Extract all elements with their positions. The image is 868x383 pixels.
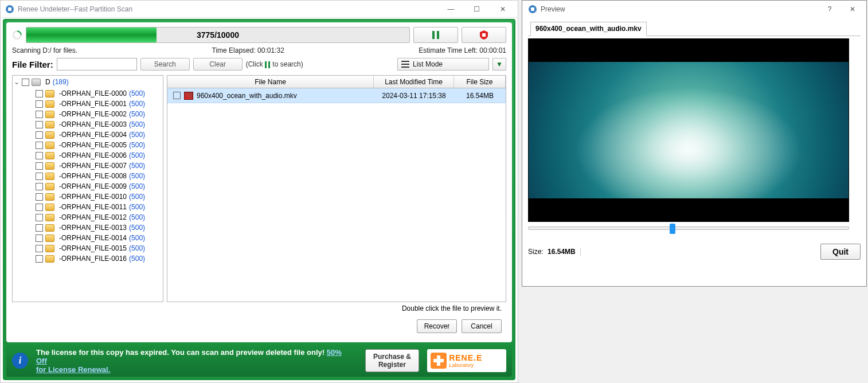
item-checkbox[interactable] <box>36 142 43 149</box>
preview-app-icon <box>528 5 537 14</box>
tree-item[interactable]: -ORPHAN_FILE-0007 (500) <box>13 161 163 171</box>
tree-item[interactable]: -ORPHAN_FILE-0014 (500) <box>13 233 163 243</box>
tree-item[interactable]: -ORPHAN_FILE-0012 (500) <box>13 212 163 222</box>
item-checkbox[interactable] <box>36 245 43 252</box>
list-mode-button[interactable]: List Mode <box>397 58 489 71</box>
item-checkbox[interactable] <box>36 183 43 190</box>
item-checkbox[interactable] <box>36 214 43 221</box>
item-count: (500) <box>129 100 145 108</box>
inner-panel: 3775/10000 Scanning D:/ for files. Time … <box>6 22 512 342</box>
item-checkbox[interactable] <box>36 162 43 170</box>
item-checkbox[interactable] <box>36 152 43 159</box>
tree-item[interactable]: -ORPHAN_FILE-0013 (500) <box>13 222 163 233</box>
item-checkbox[interactable] <box>36 204 43 211</box>
item-checkbox[interactable] <box>36 224 43 232</box>
pause-button[interactable] <box>413 27 458 43</box>
folder-icon <box>45 162 54 170</box>
item-count: (500) <box>129 141 145 149</box>
search-button[interactable]: Search <box>140 58 190 71</box>
video-frame-image <box>529 62 849 198</box>
tree-root[interactable]: ⌄ D (189) <box>13 76 163 88</box>
item-label: -ORPHAN_FILE-0010 <box>59 193 127 201</box>
list-mode-dropdown[interactable]: ▼ <box>492 58 506 71</box>
help-button[interactable]: ? <box>818 1 841 17</box>
estimate-label: Estimate Time Left: 00:00:01 <box>419 46 506 54</box>
folder-icon <box>45 193 54 201</box>
spinner-icon <box>12 30 22 40</box>
tree-item[interactable]: -ORPHAN_FILE-0010 (500) <box>13 192 163 202</box>
list-row[interactable]: 960x400_ocean_with_audio.mkv 2024-03-11 … <box>167 88 506 103</box>
tree-item[interactable]: -ORPHAN_FILE-0002 (500) <box>13 109 163 119</box>
folder-icon <box>45 173 54 180</box>
recover-button[interactable]: Recover <box>417 319 457 333</box>
item-label: -ORPHAN_FILE-0012 <box>59 213 127 221</box>
tree-item[interactable]: -ORPHAN_FILE-0011 (500) <box>13 202 163 212</box>
item-count: (500) <box>129 234 145 242</box>
tree-item[interactable]: -ORPHAN_FILE-0005 (500) <box>13 140 163 150</box>
item-checkbox[interactable] <box>36 121 43 128</box>
collapse-icon[interactable]: ⌄ <box>14 78 19 86</box>
quit-button[interactable]: Quit <box>820 244 861 260</box>
stop-button[interactable] <box>462 27 506 43</box>
preview-tab-bar: 960x400_ocean_with_audio.mkv <box>528 21 861 36</box>
row-checkbox[interactable] <box>173 92 181 99</box>
item-checkbox[interactable] <box>36 111 43 118</box>
cancel-button[interactable]: Cancel <box>462 319 502 333</box>
tree-item[interactable]: -ORPHAN_FILE-0015 (500) <box>13 243 163 253</box>
preview-size: Size: 16.54MB <box>528 248 581 256</box>
item-label: -ORPHAN_FILE-0016 <box>59 255 127 263</box>
col-header-name[interactable]: File Name <box>167 76 374 88</box>
clear-button[interactable]: Clear <box>193 58 243 71</box>
video-seek-slider[interactable] <box>528 226 849 230</box>
svg-rect-3 <box>437 31 439 39</box>
minimize-button[interactable]: — <box>438 1 464 17</box>
folder-icon <box>45 142 54 149</box>
item-count: (500) <box>129 203 145 211</box>
col-header-date[interactable]: Last Modified Time <box>374 76 454 88</box>
file-list: File Name Last Modified Time File Size 9… <box>167 75 506 302</box>
preview-window: Preview ? ✕ 960x400_ocean_with_audio.mkv… <box>522 0 867 287</box>
item-checkbox[interactable] <box>36 235 43 242</box>
license-message: The license for this copy has expired. Y… <box>36 348 349 374</box>
tree-item[interactable]: -ORPHAN_FILE-0004 (500) <box>13 130 163 140</box>
folder-tree[interactable]: ⌄ D (189) -ORPHAN_FILE-0000 (500)-ORPHAN… <box>12 75 163 302</box>
slider-thumb[interactable] <box>670 224 675 234</box>
item-checkbox[interactable] <box>36 90 43 97</box>
preview-controls: ? ✕ <box>818 1 864 17</box>
tree-item[interactable]: -ORPHAN_FILE-0006 (500) <box>13 150 163 161</box>
info-icon: i <box>12 353 28 369</box>
item-count: (500) <box>129 131 145 139</box>
tree-item[interactable]: -ORPHAN_FILE-0003 (500) <box>13 119 163 130</box>
list-body[interactable]: 960x400_ocean_with_audio.mkv 2024-03-11 … <box>167 88 506 302</box>
preview-tab[interactable]: 960x400_ocean_with_audio.mkv <box>530 22 647 36</box>
tree-item[interactable]: -ORPHAN_FILE-0016 (500) <box>13 253 163 264</box>
root-checkbox[interactable] <box>22 79 29 86</box>
tree-item[interactable]: -ORPHAN_FILE-0000 (500) <box>13 88 163 99</box>
close-button[interactable]: ✕ <box>490 1 515 17</box>
maximize-button[interactable]: ☐ <box>464 1 490 17</box>
purchase-register-button[interactable]: Purchase & Register <box>365 349 419 372</box>
svg-rect-2 <box>432 31 435 39</box>
item-label: -ORPHAN_FILE-0001 <box>59 100 127 108</box>
item-label: -ORPHAN_FILE-0000 <box>59 89 127 97</box>
video-preview[interactable] <box>528 38 849 222</box>
item-checkbox[interactable] <box>36 100 43 108</box>
item-checkbox[interactable] <box>36 131 43 139</box>
split-pane: ⌄ D (189) -ORPHAN_FILE-0000 (500)-ORPHAN… <box>12 75 506 302</box>
filter-input[interactable] <box>57 58 137 71</box>
preview-close-button[interactable]: ✕ <box>841 1 864 17</box>
renewal-link[interactable]: for License Renewal. <box>36 365 110 374</box>
item-label: -ORPHAN_FILE-0008 <box>59 172 127 180</box>
item-count: (500) <box>129 110 145 118</box>
tree-item[interactable]: -ORPHAN_FILE-0009 (500) <box>13 181 163 192</box>
item-checkbox[interactable] <box>36 255 43 263</box>
item-count: (500) <box>129 182 145 190</box>
tree-item[interactable]: -ORPHAN_FILE-0008 (500) <box>13 171 163 181</box>
item-checkbox[interactable] <box>36 193 43 201</box>
col-header-size[interactable]: File Size <box>454 76 506 88</box>
stop-shield-icon <box>479 30 489 40</box>
item-label: -ORPHAN_FILE-0006 <box>59 151 127 159</box>
tree-item[interactable]: -ORPHAN_FILE-0001 (500) <box>13 99 163 109</box>
svg-rect-7 <box>401 61 409 62</box>
item-checkbox[interactable] <box>36 173 43 180</box>
